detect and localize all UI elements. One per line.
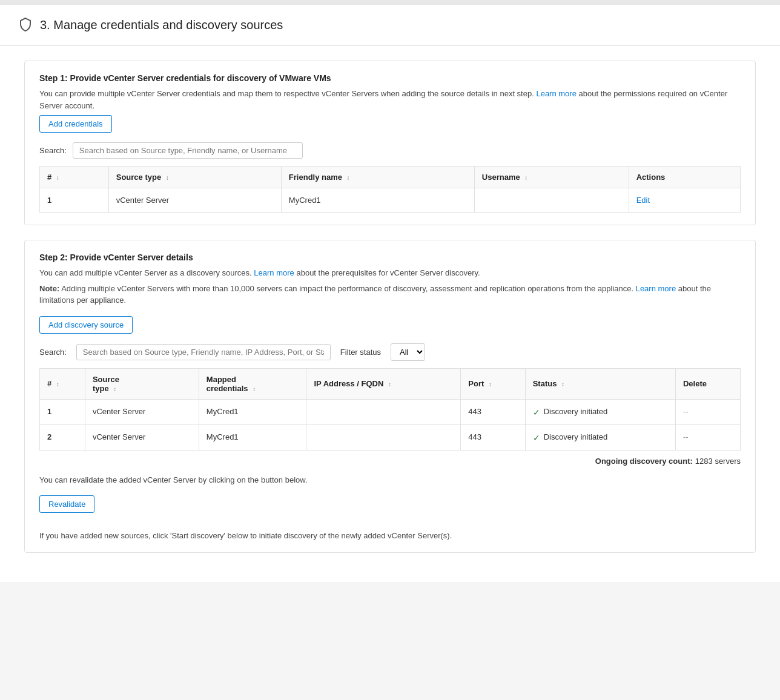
add-discovery-source-button[interactable]: Add discovery source	[39, 316, 133, 334]
cell2-source-type: vCenter Server	[85, 399, 199, 424]
step1-search-label: Search:	[39, 146, 67, 155]
cell2-port: 443	[461, 399, 525, 424]
content-area: Step 1: Provide vCenter Server credentia…	[0, 46, 780, 582]
cell-num: 1	[40, 188, 109, 213]
status-text: Discovery initiated	[544, 432, 608, 441]
footer-note: If you have added new sources, click 'St…	[39, 531, 741, 540]
col-username: Username ↕	[474, 167, 629, 188]
step2-table-head: # ↕ Sourcetype ↕ Mappedcredentials ↕ IP …	[40, 368, 741, 399]
table-row: 1 vCenter Server MyCred1 443 ✓ Discovery…	[40, 399, 741, 424]
step1-table-head: # ↕ Source type ↕ Friendly name ↕ Userna…	[40, 167, 741, 188]
sort2-num: ↕	[56, 381, 59, 388]
step2-table-body: 1 vCenter Server MyCred1 443 ✓ Discovery…	[40, 399, 741, 450]
check-icon: ✓	[533, 433, 540, 443]
step1-table: # ↕ Source type ↕ Friendly name ↕ Userna…	[39, 166, 741, 213]
step2-title: Step 2: Provide vCenter Server details	[39, 253, 741, 262]
revalidate-button[interactable]: Revalidate	[39, 495, 94, 513]
col2-ip: IP Address / FQDN ↕	[306, 368, 461, 399]
table-row: 2 vCenter Server MyCred1 443 ✓ Discovery…	[40, 424, 741, 450]
step2-learn-more-link[interactable]: Learn more	[254, 268, 294, 277]
sort-icon-username: ↕	[524, 174, 527, 181]
cell2-ip	[306, 399, 461, 424]
check-icon: ✓	[533, 408, 540, 417]
col-source-type: Source type ↕	[108, 167, 281, 188]
page-title: 3. Manage credentials and discovery sour…	[40, 18, 283, 32]
ongoing-label: Ongoing discovery count:	[595, 457, 693, 466]
filter-status-label: Filter status	[340, 348, 381, 357]
col2-num: # ↕	[40, 368, 85, 399]
step1-desc: You can provide multiple vCenter Server …	[39, 88, 741, 111]
step2-note-link[interactable]: Learn more	[636, 284, 676, 293]
ongoing-value: 1283 servers	[695, 457, 741, 466]
step1-search-row: Search:	[39, 142, 741, 159]
step1-title: Step 1: Provide vCenter Server credentia…	[39, 73, 741, 83]
cell2-num: 2	[40, 424, 85, 450]
sort-icon-friendly: ↕	[347, 174, 350, 181]
cell-friendly-name: MyCred1	[281, 188, 474, 213]
sort2-port: ↕	[489, 381, 492, 388]
col2-status: Status ↕	[525, 368, 675, 399]
page-header: 3. Manage credentials and discovery sour…	[0, 5, 780, 46]
sort-icon-num: ↕	[56, 174, 59, 181]
sort2-creds: ↕	[253, 386, 256, 392]
cell2-port: 443	[461, 424, 525, 450]
page-wrapper: 3. Manage credentials and discovery sour…	[0, 0, 780, 582]
col2-source-type: Sourcetype ↕	[85, 368, 199, 399]
col2-delete: Delete	[675, 368, 740, 399]
cell2-num: 1	[40, 399, 85, 424]
shield-icon	[18, 17, 33, 33]
step2-desc1: You can add multiple vCenter Server as a…	[39, 267, 741, 279]
step2-search-label: Search:	[39, 348, 67, 357]
top-bar	[0, 0, 780, 5]
step2-filter-row: Search: Filter status All	[39, 343, 741, 361]
cell2-status: ✓ Discovery initiated	[525, 424, 675, 450]
cell2-mapped-creds: MyCred1	[199, 399, 306, 424]
cell2-source-type: vCenter Server	[85, 424, 199, 450]
col-actions: Actions	[629, 167, 740, 188]
status-text: Discovery initiated	[544, 407, 608, 416]
step1-learn-more-link[interactable]: Learn more	[536, 89, 576, 98]
cell2-delete: --	[675, 424, 740, 450]
sort2-status: ↕	[561, 381, 564, 388]
step1-search-input[interactable]	[73, 142, 303, 159]
col-friendly-name: Friendly name ↕	[281, 167, 474, 188]
sort2-ip: ↕	[388, 381, 391, 388]
sort-icon-source: ↕	[166, 174, 169, 181]
step2-table: # ↕ Sourcetype ↕ Mappedcredentials ↕ IP …	[39, 368, 741, 451]
col2-mapped-creds: Mappedcredentials ↕	[199, 368, 306, 399]
filter-status-select[interactable]: All	[391, 343, 425, 361]
cell-source-type: vCenter Server	[108, 188, 281, 213]
sort2-source: ↕	[113, 386, 116, 392]
step1-card: Step 1: Provide vCenter Server credentia…	[24, 61, 756, 225]
col2-port: Port ↕	[461, 368, 525, 399]
edit-button[interactable]: Edit	[636, 196, 650, 205]
cell-username	[474, 188, 629, 213]
revalidate-row: You can revalidate the added vCenter Ser…	[39, 474, 741, 523]
step2-card: Step 2: Provide vCenter Server details Y…	[24, 240, 756, 553]
step1-table-body: 1 vCenter Server MyCred1 Edit	[40, 188, 741, 213]
cell2-delete: --	[675, 399, 740, 424]
cell-actions: Edit	[629, 188, 740, 213]
col-num: # ↕	[40, 167, 109, 188]
cell2-ip	[306, 424, 461, 450]
add-credentials-button[interactable]: Add credentials	[39, 115, 112, 133]
cell2-status: ✓ Discovery initiated	[525, 399, 675, 424]
cell2-mapped-creds: MyCred1	[199, 424, 306, 450]
can-revalidate-text: You can revalidate the added vCenter Ser…	[39, 474, 741, 486]
ongoing-row: Ongoing discovery count: 1283 servers	[39, 457, 741, 466]
step2-search-input[interactable]	[76, 344, 331, 360]
table-row: 1 vCenter Server MyCred1 Edit	[40, 188, 741, 213]
step2-note: Note: Adding multiple vCenter Servers wi…	[39, 283, 741, 306]
